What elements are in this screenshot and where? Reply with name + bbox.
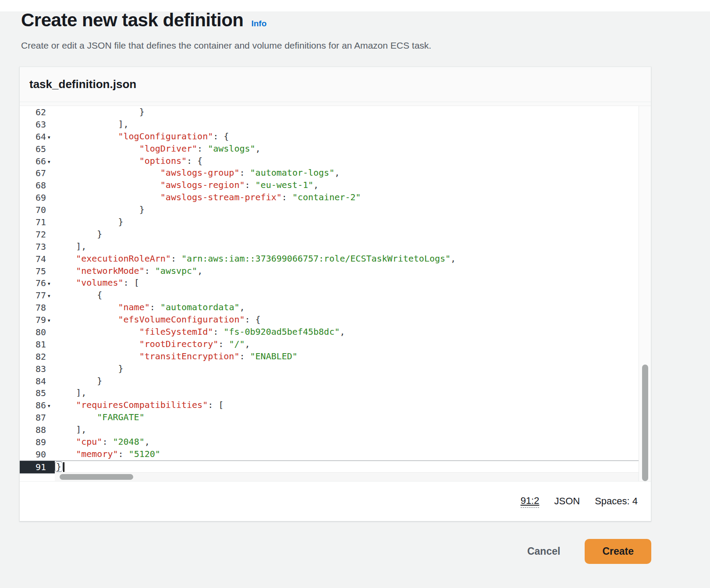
line-gutter[interactable]: 75 <box>20 265 55 277</box>
line-gutter[interactable]: 62 <box>20 106 55 118</box>
vertical-scrollbar-track[interactable] <box>639 106 651 481</box>
code-line[interactable]: 72 } <box>20 228 639 241</box>
line-gutter[interactable]: 67 <box>20 167 55 179</box>
code-text[interactable]: } <box>55 204 639 216</box>
code-line[interactable]: 75 "networkMode": "awsvpc", <box>20 265 639 277</box>
code-line[interactable]: 76▾ "volumes": [ <box>20 277 639 289</box>
vertical-scrollbar-thumb[interactable] <box>642 365 648 481</box>
code-line[interactable]: 62 } <box>20 106 639 118</box>
code-line[interactable]: 79▾ "efsVolumeConfiguration": { <box>20 314 639 326</box>
fold-caret-icon[interactable]: ▾ <box>48 292 55 298</box>
line-gutter[interactable]: 79▾ <box>20 314 55 326</box>
line-gutter[interactable]: 69 <box>20 191 55 204</box>
code-text[interactable]: "executionRoleArn": "arn:aws:iam::373699… <box>55 253 639 265</box>
line-gutter[interactable]: 90 <box>20 448 55 460</box>
code-text[interactable]: "cpu": "2048", <box>55 436 639 448</box>
editor-content-area[interactable]: 62 }63 ],64▾ "logConfiguration": {65 "lo… <box>20 106 639 481</box>
code-text[interactable]: "memory": "5120" <box>55 448 639 460</box>
fold-caret-icon[interactable]: ▾ <box>48 158 55 164</box>
line-gutter[interactable]: 71 <box>20 216 55 228</box>
code-text[interactable]: "networkMode": "awsvpc", <box>55 265 639 277</box>
line-gutter[interactable]: 84 <box>20 375 55 387</box>
line-gutter[interactable]: 78 <box>20 301 55 314</box>
line-gutter[interactable]: 70 <box>20 204 55 216</box>
code-line[interactable]: 65 "logDriver": "awslogs", <box>20 143 639 155</box>
code-text[interactable]: ], <box>55 118 639 131</box>
code-line[interactable]: 77▾ { <box>20 289 639 301</box>
code-text[interactable]: } <box>55 106 639 118</box>
fold-caret-icon[interactable]: ▾ <box>48 280 55 286</box>
code-text[interactable]: } <box>55 216 639 228</box>
code-line[interactable]: 82 "transitEncryption": "ENABLED" <box>20 351 639 363</box>
code-text[interactable]: "logConfiguration": { <box>55 131 639 143</box>
horizontal-scrollbar-thumb[interactable] <box>60 474 133 480</box>
line-gutter[interactable]: 63 <box>20 118 55 131</box>
code-line[interactable]: 86▾ "requiresCompatibilities": [ <box>20 399 639 411</box>
code-line[interactable]: 74 "executionRoleArn": "arn:aws:iam::373… <box>20 253 639 265</box>
code-line[interactable]: 78 "name": "automatordata", <box>20 301 639 314</box>
line-gutter[interactable]: 80 <box>20 326 55 338</box>
code-line[interactable]: 73 ], <box>20 241 639 253</box>
code-text[interactable]: "fileSystemId": "fs-0b920ad5bef45b8dc", <box>55 326 639 338</box>
line-gutter[interactable]: 72 <box>20 228 55 241</box>
fold-caret-icon[interactable]: ▾ <box>48 134 55 140</box>
code-line[interactable]: 64▾ "logConfiguration": { <box>20 131 639 143</box>
code-line[interactable]: 88 ], <box>20 424 639 436</box>
code-text[interactable]: } <box>55 461 639 473</box>
code-text[interactable]: } <box>55 363 639 375</box>
fold-caret-icon[interactable]: ▾ <box>48 402 55 408</box>
code-line[interactable]: 89 "cpu": "2048", <box>20 436 639 448</box>
code-text[interactable]: "FARGATE" <box>55 411 639 424</box>
code-text[interactable]: "name": "automatordata", <box>55 301 639 314</box>
code-line[interactable]: 70 } <box>20 204 639 216</box>
horizontal-scrollbar-track[interactable] <box>55 472 639 481</box>
code-line[interactable]: 63 ], <box>20 118 639 131</box>
code-line[interactable]: 91} <box>20 460 639 474</box>
line-gutter[interactable]: 76▾ <box>20 277 55 289</box>
code-text[interactable]: "options": { <box>55 155 639 167</box>
line-gutter[interactable]: 91 <box>20 461 55 473</box>
code-line[interactable]: 85 ], <box>20 387 639 399</box>
code-line[interactable]: 71 } <box>20 216 639 228</box>
code-line[interactable]: 84 } <box>20 375 639 387</box>
code-line[interactable]: 68 "awslogs-region": "eu-west-1", <box>20 179 639 191</box>
code-line[interactable]: 67 "awslogs-group": "automator-logs", <box>20 167 639 179</box>
code-text[interactable]: "rootDirectory": "/", <box>55 338 639 351</box>
line-gutter[interactable]: 73 <box>20 241 55 253</box>
code-text[interactable]: } <box>55 228 639 241</box>
code-text[interactable]: "awslogs-region": "eu-west-1", <box>55 179 639 191</box>
code-text[interactable]: ], <box>55 424 639 436</box>
code-text[interactable]: "awslogs-group": "automator-logs", <box>55 167 639 179</box>
line-gutter[interactable]: 68 <box>20 179 55 191</box>
code-text[interactable]: "efsVolumeConfiguration": { <box>55 314 639 326</box>
code-editor[interactable]: 62 }63 ],64▾ "logConfiguration": {65 "lo… <box>20 102 651 482</box>
code-text[interactable]: "transitEncryption": "ENABLED" <box>55 351 639 363</box>
code-line[interactable]: 80 "fileSystemId": "fs-0b920ad5bef45b8dc… <box>20 326 639 338</box>
code-text[interactable]: "logDriver": "awslogs", <box>55 143 639 155</box>
fold-caret-icon[interactable]: ▾ <box>48 317 55 323</box>
line-gutter[interactable]: 82 <box>20 351 55 363</box>
line-gutter[interactable]: 64▾ <box>20 131 55 143</box>
info-link[interactable]: Info <box>251 19 266 28</box>
line-gutter[interactable]: 83 <box>20 363 55 375</box>
code-text[interactable]: } <box>55 375 639 387</box>
code-line[interactable]: 90 "memory": "5120" <box>20 448 639 460</box>
line-gutter[interactable]: 86▾ <box>20 399 55 411</box>
line-gutter[interactable]: 77▾ <box>20 289 55 301</box>
line-gutter[interactable]: 85 <box>20 387 55 399</box>
line-gutter[interactable]: 88 <box>20 424 55 436</box>
line-gutter[interactable]: 81 <box>20 338 55 351</box>
line-gutter[interactable]: 74 <box>20 253 55 265</box>
code-line[interactable]: 66▾ "options": { <box>20 155 639 167</box>
line-gutter[interactable]: 87 <box>20 411 55 424</box>
code-line[interactable]: 81 "rootDirectory": "/", <box>20 338 639 351</box>
line-gutter[interactable]: 66▾ <box>20 155 55 167</box>
cancel-button[interactable]: Cancel <box>527 545 560 557</box>
code-line[interactable]: 69 "awslogs-stream-prefix": "container-2… <box>20 191 639 204</box>
line-gutter[interactable]: 89 <box>20 436 55 448</box>
cursor-position-button[interactable]: 91:2 <box>521 495 540 508</box>
create-button[interactable]: Create <box>585 539 651 564</box>
code-text[interactable]: { <box>55 289 639 301</box>
line-gutter[interactable]: 65 <box>20 143 55 155</box>
code-text[interactable]: ], <box>55 241 639 253</box>
